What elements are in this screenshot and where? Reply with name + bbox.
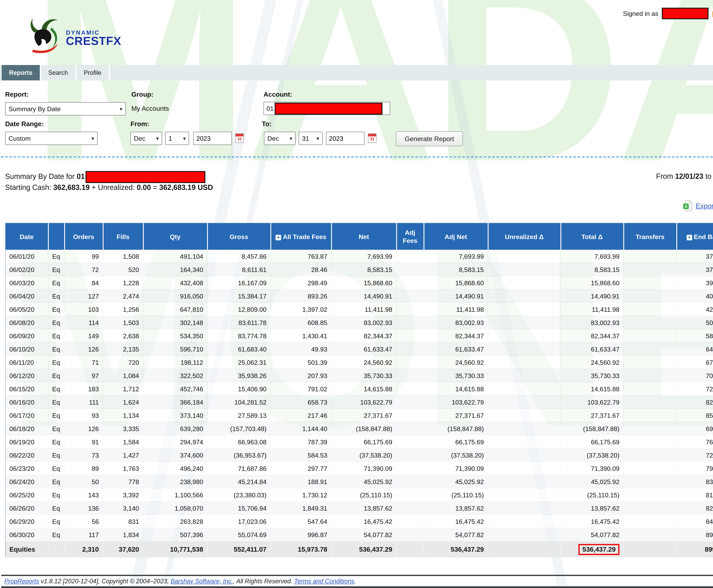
value-cell: 3,392	[103, 488, 143, 502]
date-cell: 06/25/20	[5, 488, 48, 502]
value-cell: 1,084	[103, 369, 143, 382]
col-header-total-: Total Δ	[561, 223, 624, 250]
value-cell	[488, 475, 561, 488]
value-cell: 1,834	[103, 528, 143, 541]
value-cell: (37,538.20)	[424, 448, 488, 462]
value-cell: 1,624	[103, 395, 143, 409]
redacted-username	[662, 8, 708, 19]
to-day-value: 31	[302, 135, 309, 142]
value-cell: 35,938.26	[207, 369, 271, 382]
tab-search[interactable]: Search	[41, 65, 75, 80]
value-cell	[488, 435, 561, 448]
value-cell: 82,344.37	[424, 329, 488, 342]
to-day-select[interactable]: 31 ▾	[299, 132, 323, 145]
report-select[interactable]: Summary By Date ▾	[5, 102, 126, 115]
export-to-excel-link[interactable]: Export to Excel	[696, 202, 713, 210]
value-cell: 71	[64, 356, 103, 369]
value-cell: 1,712	[103, 382, 143, 395]
watermark-word-1: MADAZ	[30, 0, 713, 201]
value-cell	[624, 475, 677, 488]
table-row: 06/12/20Eq971,084322,50235,938.26207.933…	[5, 369, 713, 382]
value-cell: 61,633.47	[424, 342, 488, 356]
footer-link[interactable]: Barshay Software, Inc.	[170, 578, 233, 585]
value-cell	[624, 515, 677, 528]
value-cell: 73	[64, 448, 103, 462]
value-cell: 66,175.69	[331, 435, 396, 448]
value-cell: 16,475.42	[424, 515, 488, 528]
value-cell	[624, 356, 677, 369]
value-cell: 82,344.37	[331, 329, 396, 342]
bull-logo-icon	[26, 16, 64, 53]
date-range-select[interactable]: Custom ▾	[5, 132, 98, 145]
value-cell: 7,693.99	[424, 250, 488, 263]
expand-column-icon[interactable]: +	[276, 235, 281, 240]
value-cell	[624, 250, 677, 263]
tab-reports[interactable]: Reports	[2, 65, 40, 80]
date-cell: 06/30/20	[5, 528, 48, 541]
brand-logo: DYNAMIC CRESTFX	[26, 16, 121, 53]
value-cell: 720	[103, 356, 143, 369]
value-cell: 89	[64, 462, 103, 475]
col-header-fills: Fills	[103, 223, 143, 250]
date-cell: 06/02/20	[5, 263, 48, 276]
account-input[interactable]: 01	[264, 102, 390, 115]
value-cell: 3,140	[103, 502, 143, 515]
to-calendar-icon[interactable]: 31	[368, 133, 376, 143]
value-cell: 35,730.33	[331, 369, 396, 382]
footer-link[interactable]: Terms and Conditions	[294, 578, 354, 585]
to-month-select[interactable]: Dec ▾	[264, 132, 296, 145]
from-month-select[interactable]: Dec ▾	[130, 132, 162, 145]
value-cell	[396, 369, 424, 382]
value-cell	[488, 250, 561, 263]
value-cell: (158,847.88)	[331, 422, 396, 435]
value-cell: Eq	[48, 409, 64, 422]
value-cell: 584.53	[271, 448, 331, 462]
col-header-net: Net	[331, 223, 396, 250]
totals-value-cell: 37,620	[103, 541, 143, 558]
table-row: 06/15/20Eq1831,712452,74615,406.90791.02…	[5, 382, 713, 395]
value-cell: 8,583.15	[424, 263, 488, 276]
value-cell	[488, 515, 561, 528]
value-cell: 596,710	[143, 342, 207, 356]
section-divider	[1, 156, 713, 158]
tab-profile[interactable]: Profile	[77, 65, 108, 80]
summary-total-value: 362,683.19 USD	[159, 184, 213, 192]
totals-value-cell: 15,973.78	[271, 541, 331, 558]
col-header-all-trade-fees: +All Trade Fees	[271, 223, 331, 250]
value-cell: 694,766.27	[677, 422, 713, 435]
col-header-orders: Orders	[64, 223, 103, 250]
value-cell: 35,730.33	[424, 369, 488, 382]
value-cell: 916,050	[143, 289, 207, 302]
table-row: 06/03/20Eq841,228432,40816,167.09298.491…	[5, 276, 713, 289]
totals-value-cell	[488, 541, 561, 558]
from-year-input[interactable]	[193, 132, 232, 145]
date-cell: 06/19/20	[5, 435, 48, 448]
value-cell	[624, 528, 677, 541]
calendar-icon-top	[368, 134, 376, 136]
brand-logo-text: DYNAMIC CRESTFX	[66, 29, 121, 53]
footer-link[interactable]: PropReports	[4, 578, 39, 585]
date-range-label: Date Range:	[5, 120, 44, 128]
from-calendar-icon[interactable]: 31	[235, 133, 244, 143]
table-row: 06/17/20Eq931,134373,14027,589.13217.462…	[5, 409, 713, 422]
to-year-input[interactable]	[326, 132, 365, 145]
value-cell: 302,148	[143, 316, 207, 329]
value-cell: Eq	[48, 528, 64, 541]
date-cell: 06/04/20	[5, 289, 48, 302]
generate-report-button[interactable]: Generate Report	[396, 131, 463, 146]
value-cell: 27,371.67	[424, 409, 488, 422]
value-cell	[624, 502, 677, 515]
value-cell: 91	[64, 435, 103, 448]
value-cell	[488, 382, 561, 395]
value-cell: Eq	[48, 263, 64, 276]
value-cell: 61,683.40	[207, 342, 271, 356]
value-cell	[488, 316, 561, 329]
from-day-select[interactable]: 1 ▾	[165, 132, 189, 145]
value-cell: 82,344.37	[561, 329, 624, 342]
group-label: Group:	[131, 91, 154, 98]
value-cell	[624, 488, 677, 502]
value-cell: 420,731.80	[677, 302, 713, 316]
calendar-icon-top	[236, 134, 243, 136]
expand-column-icon[interactable]: +	[687, 235, 692, 240]
value-cell: 66,175.69	[424, 435, 488, 448]
